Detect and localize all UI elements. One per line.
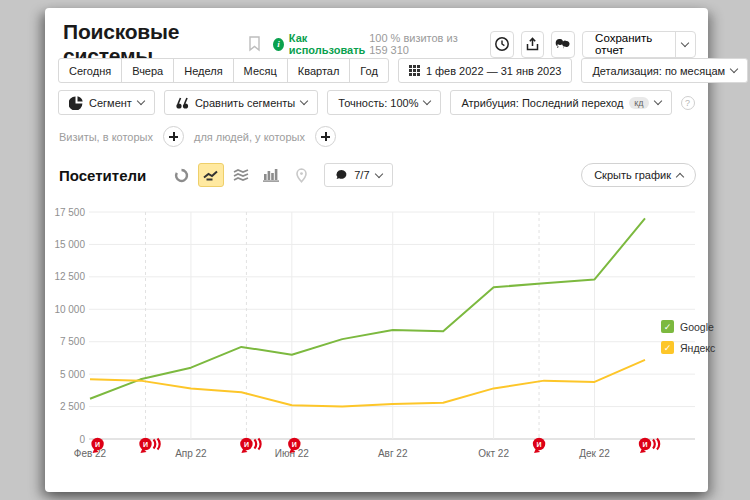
y-axis-tick-label: 12 500 <box>54 271 85 282</box>
line-chart-type-button[interactable] <box>198 163 224 187</box>
chevron-down-icon <box>374 169 382 177</box>
attribution-label: Атрибуция: Последний переход <box>461 97 623 109</box>
note-marker-letter: И <box>244 441 249 448</box>
segment-pie-icon <box>69 96 83 110</box>
note-marker-letter: И <box>143 441 148 448</box>
export-icon <box>525 36 540 52</box>
speech-bubble-icon <box>335 169 348 182</box>
accuracy-dropdown[interactable]: Точность: 100% <box>327 90 441 115</box>
note-marker[interactable]: И <box>639 438 659 453</box>
legend-item-google[interactable]: ✓Google <box>661 320 715 333</box>
legend-checkbox[interactable]: ✓ <box>661 341 674 354</box>
x-axis-tick-label: Фев 22 <box>74 448 107 459</box>
stacked-chart-type-button[interactable] <box>228 163 254 187</box>
pie-chart-icon <box>174 168 189 183</box>
x-axis-tick-label: Окт 22 <box>478 448 509 459</box>
how-to-use-link[interactable]: i Как использовать <box>273 32 369 56</box>
y-axis-tick-label: 10 000 <box>54 304 85 315</box>
series-line-яндекс[interactable] <box>90 360 645 407</box>
chevron-down-icon <box>300 97 308 105</box>
legend-checkbox[interactable]: ✓ <box>661 320 674 333</box>
period-filter-row: Сегодня Вчера Неделя Месяц Квартал Год 1… <box>58 58 750 83</box>
comments-icon <box>555 36 571 52</box>
compare-segments-label: Сравнить сегменты <box>195 97 295 109</box>
chart-canvas[interactable]: 02 5005 0007 50010 00012 50015 00017 500… <box>45 198 708 478</box>
attribution-dropdown[interactable]: Атрибуция: Последний переход кд <box>450 90 671 115</box>
goals-count-label: 7/7 <box>354 169 369 181</box>
desktop-background: { "ui": { "question_mark": "?", "check_g… <box>0 0 750 500</box>
visits-summary: 100 % визитов из 159 310 <box>369 32 475 56</box>
people-condition-label: для людей, у которых <box>194 131 305 143</box>
note-marker-letter: И <box>642 441 647 448</box>
chart-legend: ✓Google✓Яндекс <box>661 320 715 354</box>
export-button[interactable] <box>521 31 545 58</box>
chevron-down-icon <box>137 97 145 105</box>
note-marker-letter: И <box>292 441 297 448</box>
period-week-button[interactable]: Неделя <box>173 58 233 83</box>
hide-chart-button[interactable]: Скрыть график <box>581 163 696 187</box>
note-marker-letter: И <box>95 441 100 448</box>
save-report-button[interactable]: Сохранить отчет <box>583 32 675 57</box>
period-quarter-button[interactable]: Квартал <box>287 58 351 83</box>
note-marker[interactable]: И <box>533 438 545 453</box>
add-people-condition-button[interactable] <box>315 126 336 147</box>
calendar-grid-icon <box>409 65 420 76</box>
y-axis-tick-label: 0 <box>79 434 85 445</box>
date-range-label: 1 фев 2022 — 31 янв 2023 <box>426 65 562 77</box>
compare-segments-dropdown[interactable]: Сравнить сегменты <box>164 90 318 115</box>
period-yesterday-button[interactable]: Вчера <box>121 58 174 83</box>
x-axis-tick-label: Авг 22 <box>378 448 408 459</box>
note-marker[interactable]: И <box>139 438 159 453</box>
y-axis-tick-label: 7 500 <box>60 336 85 347</box>
date-range-button[interactable]: 1 фев 2022 — 31 янв 2023 <box>398 58 573 83</box>
segment-filter-row: Сегмент Сравнить сегменты Точность: 100%… <box>58 90 695 115</box>
history-button[interactable] <box>490 31 514 58</box>
metrica-report-page: Поисковые системы i Как использовать 100… <box>45 8 708 492</box>
compare-segments-icon <box>175 96 189 110</box>
period-year-button[interactable]: Год <box>349 58 389 83</box>
chevron-down-icon <box>423 97 431 105</box>
comments-button[interactable] <box>551 31 575 58</box>
chart-toolbar: Посетители 7/7 Скрыть график <box>59 163 696 187</box>
how-to-use-label: Как использовать <box>289 32 369 56</box>
line-chart-icon <box>203 168 219 182</box>
pie-chart-type-button[interactable] <box>168 163 194 187</box>
note-marker[interactable]: И <box>240 438 260 453</box>
map-pin-icon <box>295 168 308 183</box>
visits-condition-label: Визиты, в которых <box>59 131 153 143</box>
legend-item-яндекс[interactable]: ✓Яндекс <box>661 341 715 354</box>
visitors-line-chart[interactable]: 02 5005 0007 50010 00012 50015 00017 500… <box>45 198 708 478</box>
period-month-button[interactable]: Месяц <box>233 58 288 83</box>
note-marker-letter: И <box>537 441 542 448</box>
legend-label: Яндекс <box>680 342 715 354</box>
y-axis-tick-label: 5 000 <box>60 369 85 380</box>
y-axis-tick-label: 17 500 <box>54 207 85 218</box>
y-axis-tick-label: 15 000 <box>54 239 85 250</box>
conditions-row: Визиты, в которых для людей, у которых <box>59 126 336 147</box>
period-today-button[interactable]: Сегодня <box>58 58 122 83</box>
chevron-down-icon <box>653 97 661 105</box>
legend-label: Google <box>680 321 714 333</box>
map-chart-type-button[interactable] <box>288 163 314 187</box>
help-question-icon[interactable]: ? <box>681 96 695 110</box>
bookmark-icon[interactable] <box>248 36 261 52</box>
clock-icon <box>494 36 510 52</box>
chevron-down-icon <box>730 65 738 73</box>
stacked-lines-icon <box>233 168 249 182</box>
y-axis-tick-label: 2 500 <box>60 401 85 412</box>
x-axis-tick-label: Апр 22 <box>175 448 207 459</box>
attribution-badge: кд <box>629 97 648 109</box>
detail-label: Детализация: по месяцам <box>592 65 725 77</box>
segment-dropdown[interactable]: Сегмент <box>58 90 155 115</box>
hide-chart-label: Скрыть график <box>594 169 671 181</box>
period-button-group: Сегодня Вчера Неделя Месяц Квартал Год <box>58 58 389 83</box>
save-report-menu-button[interactable] <box>675 32 695 57</box>
detail-dropdown[interactable]: Детализация: по месяцам <box>581 58 748 83</box>
series-line-google[interactable] <box>90 218 645 398</box>
metric-title: Посетители <box>59 167 146 184</box>
columns-chart-icon <box>263 168 279 182</box>
accuracy-label: Точность: 100% <box>338 97 418 109</box>
goals-dropdown[interactable]: 7/7 <box>324 163 392 187</box>
columns-chart-type-button[interactable] <box>258 163 284 187</box>
add-visit-condition-button[interactable] <box>163 126 184 147</box>
